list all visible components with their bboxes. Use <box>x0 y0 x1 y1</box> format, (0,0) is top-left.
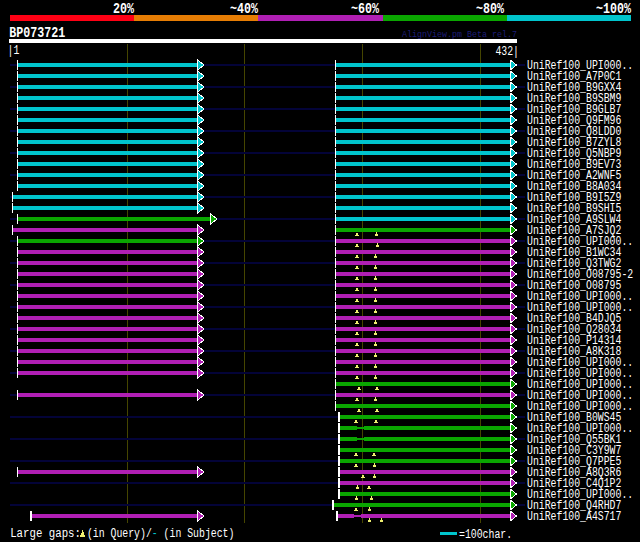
svg-text:~60%: ~60% <box>351 1 380 18</box>
svg-text:Large gaps:: Large gaps: <box>10 527 81 541</box>
svg-text:AlignView.pm Beta rel.7: AlignView.pm Beta rel.7 <box>402 30 517 40</box>
svg-text:~40%: ~40% <box>230 1 259 18</box>
svg-text:UniRef100_A4S717: UniRef100_A4S717 <box>527 510 621 524</box>
svg-text:-: - <box>152 527 158 541</box>
svg-text:|1: |1 <box>8 44 20 58</box>
svg-text:~100%: ~100% <box>596 1 632 18</box>
svg-text:~80%: ~80% <box>476 1 505 18</box>
svg-text:432|: 432| <box>495 45 519 59</box>
svg-text:(in Query)/: (in Query)/ <box>87 527 152 541</box>
svg-text:BP073721: BP073721 <box>9 25 65 41</box>
svg-text:=100char.: =100char. <box>459 528 512 542</box>
svg-text:(in Subject): (in Subject) <box>164 527 235 541</box>
svg-text:20%: 20% <box>113 1 135 18</box>
